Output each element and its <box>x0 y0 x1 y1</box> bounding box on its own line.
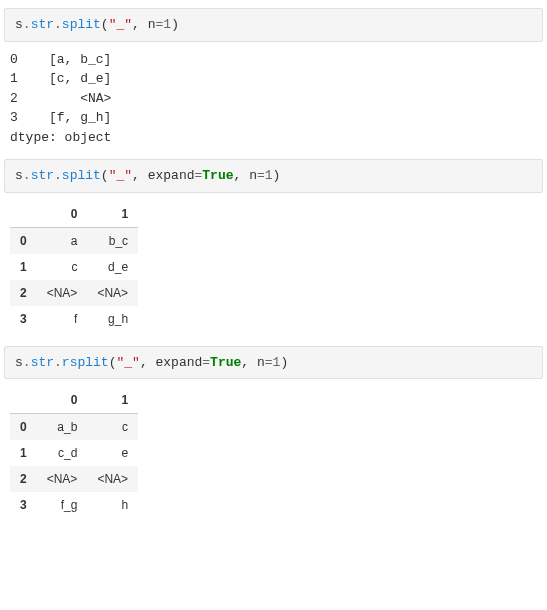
code-token: , <box>241 355 257 370</box>
output-table-3: 0 1 0 a_b c 1 c_d e 2 <NA> <NA> 3 f_g h <box>10 387 138 518</box>
output-table-2: 0 1 0 a b_c 1 c d_e 2 <NA> <NA> 3 f g_h <box>10 201 138 332</box>
table-cell: c_d <box>37 440 88 466</box>
row-header: 3 <box>10 492 37 518</box>
code-token: expand <box>155 355 202 370</box>
table-row: 2 <NA> <NA> <box>10 466 138 492</box>
row-header: 3 <box>10 306 37 332</box>
code-token: expand <box>148 168 195 183</box>
table-cell: d_e <box>87 254 138 280</box>
code-token: str <box>31 17 54 32</box>
code-token: . <box>23 168 31 183</box>
table-cell: a <box>37 227 88 254</box>
code-token: s <box>15 17 23 32</box>
code-token: True <box>210 355 241 370</box>
code-token: . <box>23 17 31 32</box>
table-cell: h <box>87 492 138 518</box>
table-cell: g_h <box>87 306 138 332</box>
code-token: "_" <box>109 17 132 32</box>
row-header: 2 <box>10 466 37 492</box>
code-token: . <box>23 355 31 370</box>
table-cell: <NA> <box>87 280 138 306</box>
table-cell: c <box>87 414 138 441</box>
code-token: 1 <box>163 17 171 32</box>
table-cell: f <box>37 306 88 332</box>
table-cell: <NA> <box>37 466 88 492</box>
code-token: , <box>234 168 250 183</box>
table-row: 3 f g_h <box>10 306 138 332</box>
row-header: 2 <box>10 280 37 306</box>
code-token: . <box>54 355 62 370</box>
table-cell: e <box>87 440 138 466</box>
table-cell: f_g <box>37 492 88 518</box>
code-token: split <box>62 168 101 183</box>
code-token: 1 <box>265 168 273 183</box>
row-header: 0 <box>10 227 37 254</box>
table-row: 0 a_b c <box>10 414 138 441</box>
table-row: 3 f_g h <box>10 492 138 518</box>
code-token: ) <box>273 168 281 183</box>
col-header: 1 <box>87 201 138 228</box>
code-token: = <box>202 355 210 370</box>
table-row: 1 c d_e <box>10 254 138 280</box>
code-token: . <box>54 168 62 183</box>
table-cell: a_b <box>37 414 88 441</box>
row-header: 1 <box>10 254 37 280</box>
code-token: , <box>140 355 156 370</box>
code-token: rsplit <box>62 355 109 370</box>
table-row: 0 a b_c <box>10 227 138 254</box>
row-header: 1 <box>10 440 37 466</box>
col-header: 0 <box>37 201 88 228</box>
col-header: 0 <box>37 387 88 414</box>
code-token: n <box>257 355 265 370</box>
code-token: , <box>132 168 148 183</box>
code-token: , <box>132 17 148 32</box>
code-token: . <box>54 17 62 32</box>
row-header: 0 <box>10 414 37 441</box>
col-header: 1 <box>87 387 138 414</box>
code-token: "_" <box>116 355 139 370</box>
code-token: ( <box>101 168 109 183</box>
corner-cell <box>10 387 37 414</box>
table-row: 1 c_d e <box>10 440 138 466</box>
code-token: n <box>148 17 156 32</box>
code-cell-3: s.str.rsplit("_", expand=True, n=1) <box>4 346 543 380</box>
corner-cell <box>10 201 37 228</box>
table-cell: c <box>37 254 88 280</box>
code-token: "_" <box>109 168 132 183</box>
code-token: ( <box>101 17 109 32</box>
code-token: str <box>31 168 54 183</box>
table-cell: <NA> <box>37 280 88 306</box>
table-row: 2 <NA> <NA> <box>10 280 138 306</box>
code-cell-1: s.str.split("_", n=1) <box>4 8 543 42</box>
code-token: = <box>265 355 273 370</box>
code-token: split <box>62 17 101 32</box>
table-cell: b_c <box>87 227 138 254</box>
code-token: str <box>31 355 54 370</box>
code-token: s <box>15 168 23 183</box>
code-token: n <box>249 168 257 183</box>
code-token: s <box>15 355 23 370</box>
code-token: True <box>202 168 233 183</box>
code-token: = <box>257 168 265 183</box>
table-cell: <NA> <box>87 466 138 492</box>
output-text-1: 0 [a, b_c] 1 [c, d_e] 2 <NA> 3 [f, g_h] … <box>10 50 543 148</box>
code-cell-2: s.str.split("_", expand=True, n=1) <box>4 159 543 193</box>
code-token: ) <box>280 355 288 370</box>
code-token: ) <box>171 17 179 32</box>
